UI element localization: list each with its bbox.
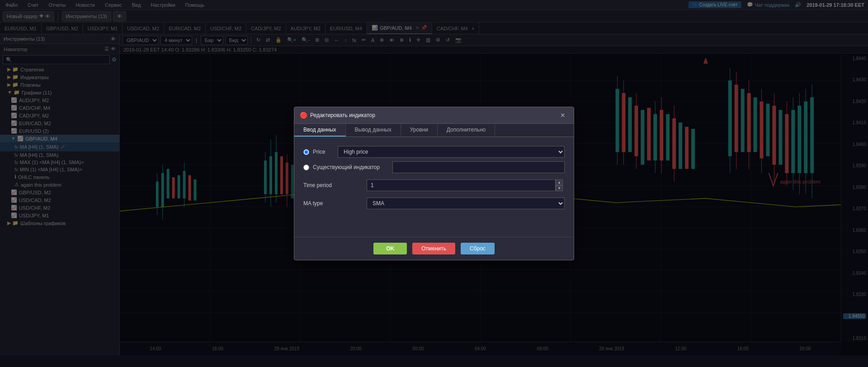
edit-indicator-modal: 🔴 Редактировать индикатор ✕ Ввод данных … <box>294 107 574 260</box>
time-period-up-button[interactable]: ▲ <box>556 179 563 185</box>
modal-tab-additional[interactable]: Дополнительно <box>438 124 495 136</box>
modal-title-icon: 🔴 <box>300 112 307 119</box>
time-period-down-button[interactable]: ▼ <box>556 185 563 191</box>
ma-type-label: MA type <box>303 200 367 207</box>
time-period-arrows: ▲ ▼ <box>556 179 563 191</box>
existing-indicator-radio[interactable] <box>303 165 309 170</box>
modal-header: 🔴 Редактировать индикатор ✕ <box>294 107 574 124</box>
time-period-row: Time period ▲ ▼ <box>303 179 565 191</box>
existing-indicator-radio-item: Существующий индикатор <box>303 161 565 173</box>
price-radio-label[interactable]: Price <box>313 149 325 155</box>
existing-indicator-input[interactable] <box>392 161 565 173</box>
modal-close-button[interactable]: ✕ <box>557 111 568 120</box>
ma-type-row: MA type SMA EMA SMMA LWMA <box>303 198 565 209</box>
price-select[interactable]: High price Close price Open price Low pr… <box>338 146 565 158</box>
modal-tab-input[interactable]: Ввод данных <box>294 124 346 136</box>
time-period-input-wrap: ▲ ▼ <box>367 179 565 191</box>
modal-title-text: Редактировать индикатор <box>310 112 375 118</box>
time-period-label: Time period <box>303 182 367 188</box>
modal-footer: OK Отменить Сброс <box>294 237 574 260</box>
modal-body: Price High price Close price Open price … <box>294 137 574 237</box>
price-radio-item: Price High price Close price Open price … <box>303 146 565 158</box>
time-period-input[interactable] <box>367 179 556 191</box>
source-radio-group: Price High price Close price Open price … <box>303 146 565 173</box>
reset-button[interactable]: Сброс <box>461 243 495 254</box>
ok-button[interactable]: OK <box>373 243 407 254</box>
cancel-button[interactable]: Отменить <box>412 243 455 254</box>
modal-tabs: Ввод данных Вывод данных Уровни Дополнит… <box>294 124 574 137</box>
modal-tab-levels[interactable]: Уровни <box>401 124 438 136</box>
modal-overlay[interactable]: 🔴 Редактировать индикатор ✕ Ввод данных … <box>0 0 868 367</box>
modal-tab-output[interactable]: Вывод данных <box>346 124 401 136</box>
price-dropdown-wrap: High price Close price Open price Low pr… <box>338 146 565 158</box>
price-radio[interactable] <box>303 149 309 155</box>
ma-type-select[interactable]: SMA EMA SMMA LWMA <box>367 198 565 209</box>
modal-title: 🔴 Редактировать индикатор <box>300 112 375 119</box>
existing-indicator-label[interactable]: Существующий индикатор <box>313 164 380 170</box>
